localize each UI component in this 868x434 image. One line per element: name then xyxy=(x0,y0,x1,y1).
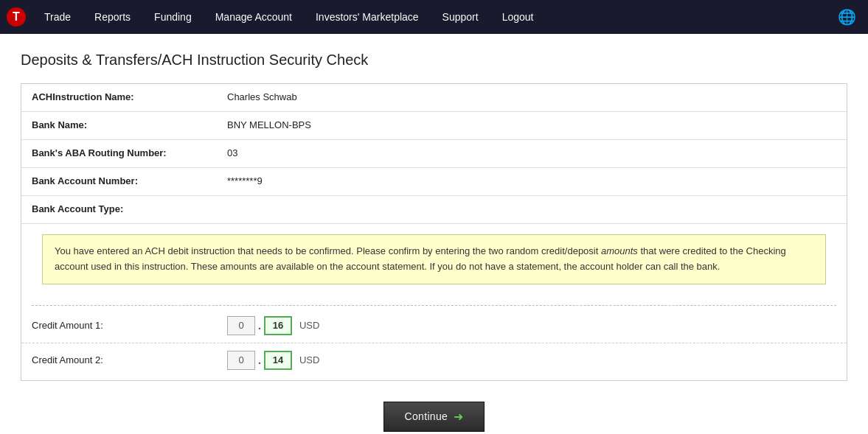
warning-box: You have entered an ACH debit instructio… xyxy=(42,234,826,284)
ach-instruction-name-value: Charles Schwab xyxy=(217,84,847,111)
credit-amount-2-label: Credit Amount 2: xyxy=(32,354,227,365)
bank-account-type-value xyxy=(217,196,847,223)
decimal-dot-2: . xyxy=(258,354,261,366)
credit-amount-1-inputs: . USD xyxy=(227,316,319,335)
credit-amount-1-row: Credit Amount 1: . USD xyxy=(21,309,847,343)
main-content: Deposits & Transfers/ACH Instruction Sec… xyxy=(0,34,868,434)
nav-item-funding[interactable]: Funding xyxy=(142,0,204,34)
credit-amount-2-whole-input[interactable] xyxy=(227,351,255,370)
globe-icon[interactable]: 🌐 xyxy=(832,8,862,26)
continue-button[interactable]: Continue ➜ xyxy=(383,402,485,432)
warning-text-before: You have entered an ACH debit instructio… xyxy=(55,245,601,256)
navbar: T Trade Reports Funding Manage Account I… xyxy=(0,0,868,34)
warning-container: You have entered an ACH debit instructio… xyxy=(21,234,847,305)
svg-text:T: T xyxy=(13,10,20,23)
page-title: Deposits & Transfers/ACH Instruction Sec… xyxy=(21,52,847,69)
aba-routing-value: 03 xyxy=(217,140,847,167)
bank-account-number-value: ********9 xyxy=(217,168,847,195)
amount-section: Credit Amount 1: . USD Credit Amount 2: … xyxy=(21,306,847,380)
bank-name-value: BNY MELLON-BPS xyxy=(217,112,847,139)
button-area: Continue ➜ xyxy=(21,381,847,434)
bank-account-type-row: Bank Account Type: xyxy=(21,196,847,224)
nav-item-investors-marketplace[interactable]: Investors' Marketplace xyxy=(304,0,431,34)
aba-routing-row: Bank's ABA Routing Number: 03 xyxy=(21,140,847,168)
bank-name-label: Bank Name: xyxy=(21,112,217,139)
nav-item-logout[interactable]: Logout xyxy=(490,0,546,34)
ach-instruction-name-row: ACHInstruction Name: Charles Schwab xyxy=(21,84,847,112)
credit-amount-2-row: Credit Amount 2: . USD xyxy=(21,343,847,377)
credit-amount-1-label: Credit Amount 1: xyxy=(32,320,227,331)
aba-routing-label: Bank's ABA Routing Number: xyxy=(21,140,217,167)
warning-italic: amounts xyxy=(601,245,638,256)
credit-amount-1-whole-input[interactable] xyxy=(227,316,255,335)
credit-amount-2-decimal-input[interactable] xyxy=(264,351,292,370)
nav-item-support[interactable]: Support xyxy=(431,0,490,34)
credit-amount-1-currency: USD xyxy=(299,320,319,331)
credit-amount-1-decimal-input[interactable] xyxy=(264,316,292,335)
decimal-dot-1: . xyxy=(258,320,261,332)
arrow-icon: ➜ xyxy=(454,410,463,424)
bank-account-type-label: Bank Account Type: xyxy=(21,196,217,223)
ach-instruction-name-label: ACHInstruction Name: xyxy=(21,84,217,111)
credit-amount-2-inputs: . USD xyxy=(227,351,319,370)
info-card: ACHInstruction Name: Charles Schwab Bank… xyxy=(21,83,847,381)
bank-name-row: Bank Name: BNY MELLON-BPS xyxy=(21,112,847,140)
nav-items: Trade Reports Funding Manage Account Inv… xyxy=(32,0,832,34)
nav-item-reports[interactable]: Reports xyxy=(83,0,142,34)
app-logo[interactable]: T xyxy=(6,7,27,27)
credit-amount-2-currency: USD xyxy=(299,354,319,365)
nav-item-trade[interactable]: Trade xyxy=(32,0,83,34)
nav-item-manage-account[interactable]: Manage Account xyxy=(204,0,304,34)
continue-button-label: Continue xyxy=(405,410,448,422)
bank-account-number-label: Bank Account Number: xyxy=(21,168,217,195)
bank-account-number-row: Bank Account Number: ********9 xyxy=(21,168,847,196)
